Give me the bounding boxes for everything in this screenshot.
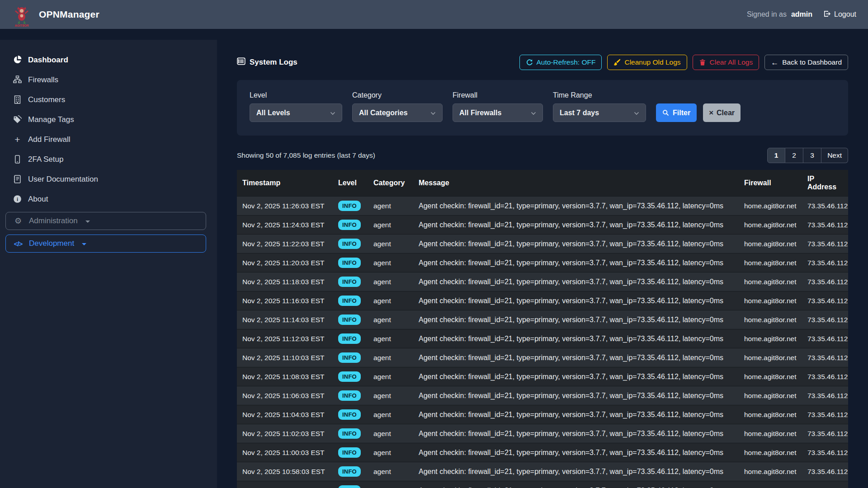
cell-level: INFO [333, 291, 368, 310]
cell-timestamp: Nov 2, 2025 11:04:03 EST [237, 405, 333, 424]
cell-timestamp: Nov 2, 2025 11:16:03 EST [237, 291, 333, 310]
cell-message: Agent checkin: firewall_id=21, type=prim… [413, 462, 739, 481]
filter-button[interactable]: Filter [656, 103, 697, 122]
select-value: All Firewalls [459, 109, 501, 117]
sidebar-item-user-documentation[interactable]: User Documentation [0, 171, 212, 188]
select-value: All Levels [256, 109, 290, 117]
cell-ip: 73.35.46.112 [802, 443, 848, 462]
cell-firewall: home.agit8or.net [739, 310, 802, 329]
cell-message: Agent checkin: firewall_id=21, type=prim… [413, 235, 739, 253]
cell-firewall: home.agit8or.net [739, 348, 802, 367]
table-row: Nov 2, 2025 11:00:03 ESTINFOagentAgent c… [237, 443, 848, 462]
cell-message: Agent checkin: firewall_id=21, type=prim… [413, 253, 739, 272]
cell-category: agent [368, 386, 413, 405]
column-header-category: Category [368, 170, 413, 197]
cell-level: INFO [333, 443, 368, 462]
arrow-left-icon: ← [771, 59, 778, 66]
logout-icon [823, 10, 831, 19]
cell-ip: 73.35.46.112 [802, 386, 848, 405]
clear-all-logs-button[interactable]: Clear All Logs [693, 55, 760, 70]
cell-timestamp: Nov 2, 2025 11:12:03 EST [237, 329, 333, 348]
cell-firewall: home.agit8or.net [739, 405, 802, 424]
cell-timestamp: Nov 2, 2025 11:00:03 EST [237, 443, 333, 462]
table-row: Nov 2, 2025 11:10:03 ESTINFOagentAgent c… [237, 348, 848, 367]
cell-ip: 73.35.46.112 [802, 405, 848, 424]
cell-category: agent [368, 443, 413, 462]
cell-message: Agent checkin: firewall_id=21, type=prim… [413, 367, 739, 386]
auto-refresh-off-button[interactable]: Auto-Refresh: OFF [519, 55, 602, 70]
select-value: All Categories [359, 109, 408, 117]
level-badge: INFO [338, 314, 361, 325]
category-select[interactable]: All Categories [352, 103, 443, 122]
time-range-filter-label: Time Range [553, 91, 646, 99]
sidebar-item-label: Manage Tags [28, 115, 74, 124]
cell-timestamp: Nov 2, 2025 11:10:03 EST [237, 348, 333, 367]
button-label: Cleanup Old Logs [624, 58, 680, 66]
sidebar-item-about[interactable]: iAbout [0, 191, 212, 207]
cell-level: INFO [333, 386, 368, 405]
level-badge: INFO [338, 258, 361, 268]
time-range-select[interactable]: Last 7 days [553, 103, 646, 122]
cell-category: agent [368, 310, 413, 329]
sidebar-item-customers[interactable]: Customers [0, 91, 212, 108]
sidebar-item-add-firewall[interactable]: +Add Firewall [0, 131, 212, 148]
brand-title[interactable]: OPNManager [39, 9, 99, 20]
table-row: Nov 2, 2025 11:22:03 ESTINFOagentAgent c… [237, 235, 848, 253]
cell-category: agent [368, 367, 413, 386]
table-row: Nov 2, 2025 11:06:03 ESTINFOagentAgent c… [237, 386, 848, 405]
cell-level: INFO [333, 424, 368, 443]
table-row: Nov 2, 2025 11:24:03 ESTINFOagentAgent c… [237, 216, 848, 235]
cell-ip: 73.35.46.112 [802, 310, 848, 329]
cell-ip: 73.35.46.112 [802, 253, 848, 272]
cleanup-old-logs-button[interactable]: Cleanup Old Logs [607, 55, 687, 70]
page-1-button[interactable]: 1 [767, 148, 785, 163]
cell-timestamp: Nov 2, 2025 11:22:03 EST [237, 235, 333, 253]
cell-firewall: home.agit8or.net [739, 197, 802, 216]
main-content: System Logs Auto-Refresh: OFFCleanup Old… [217, 29, 868, 488]
select-value: Last 7 days [560, 109, 599, 117]
refresh-icon [526, 59, 533, 66]
column-header-firewall: Firewall [739, 170, 802, 197]
cell-message: Agent checkin: firewall_id=21, type=prim… [413, 481, 739, 488]
sidebar-item-label: About [28, 195, 48, 204]
cell-category: agent [368, 272, 413, 291]
clear-filters-button[interactable]: ×Clear [703, 103, 741, 122]
sidebar-item-firewalls[interactable]: Firewalls [0, 71, 212, 88]
cell-timestamp: Nov 2, 2025 11:26:03 EST [237, 197, 333, 216]
svg-text:AGIT8OR: AGIT8OR [14, 24, 28, 27]
firewall-select[interactable]: All Firewalls [453, 103, 543, 122]
sidebar-item-2fa-setup[interactable]: 2FA Setup [0, 151, 212, 168]
cell-category: agent [368, 462, 413, 481]
cell-level: INFO [333, 235, 368, 253]
button-label: Auto-Refresh: OFF [537, 58, 596, 66]
sidebar-dropdown-development[interactable]: </>Development [5, 235, 206, 253]
cell-level: INFO [333, 405, 368, 424]
level-select[interactable]: All Levels [250, 103, 342, 122]
cell-level: INFO [333, 272, 368, 291]
column-header-ip-address: IP Address [802, 170, 848, 197]
level-badge: INFO [338, 466, 361, 477]
cell-firewall: home.agit8or.net [739, 386, 802, 405]
cell-firewall: home.agit8or.net [739, 443, 802, 462]
back-to-dashboard-button[interactable]: ←Back to Dashboard [764, 55, 848, 70]
caret-down-icon [85, 221, 90, 223]
page-2-button[interactable]: 2 [785, 148, 803, 163]
level-badge: INFO [338, 352, 361, 363]
page-next-button[interactable]: Next [821, 148, 848, 163]
mobile-icon [13, 155, 22, 164]
cell-level: INFO [333, 310, 368, 329]
cell-timestamp: Nov 2, 2025 11:06:03 EST [237, 386, 333, 405]
cell-timestamp: Nov 2, 2025 11:02:03 EST [237, 424, 333, 443]
caret-down-icon [82, 243, 86, 245]
info-circle-icon: i [13, 194, 22, 204]
sidebar-item-manage-tags[interactable]: Manage Tags [0, 111, 212, 128]
sidebar-item-dashboard[interactable]: Dashboard [0, 52, 212, 68]
cell-message: Agent checkin: firewall_id=21, type=prim… [413, 272, 739, 291]
table-row: Nov 2, 2025 11:08:03 ESTINFOagentAgent c… [237, 367, 848, 386]
cell-message: Agent checkin: firewall_id=21, type=prim… [413, 329, 739, 348]
cell-ip: 73.35.46.112 [802, 424, 848, 443]
logout-button[interactable]: Logout [823, 10, 856, 19]
table-row: Nov 2, 2025 11:02:03 ESTINFOagentAgent c… [237, 424, 848, 443]
page-3-button[interactable]: 3 [803, 148, 821, 163]
sidebar-dropdown-administration[interactable]: ⚙Administration [5, 212, 206, 230]
